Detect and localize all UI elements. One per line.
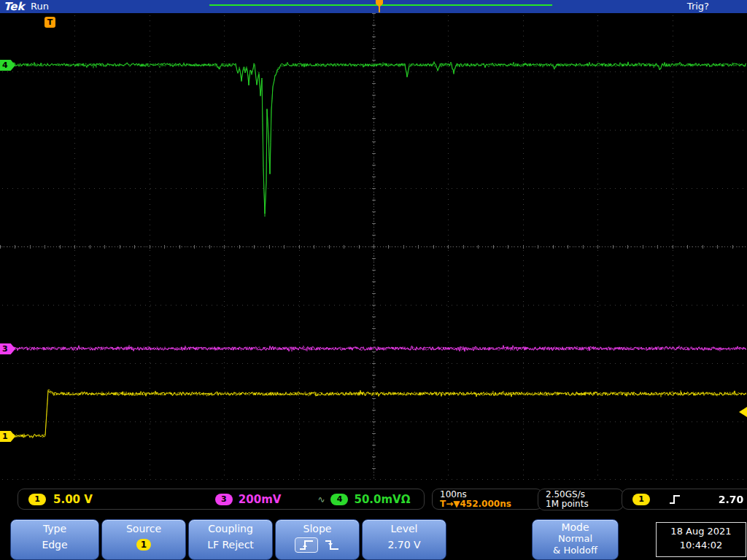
menu-type-value: Edge xyxy=(11,539,98,551)
trigger-position-icon xyxy=(375,0,384,12)
menu-source-title: Source xyxy=(102,523,185,534)
menu-source-channel-badge: 1 xyxy=(136,539,151,551)
time-label: 10:44:02 xyxy=(657,538,746,552)
menu-mode-value-line2: & Holdoff xyxy=(533,545,618,556)
menu-type-title: Type xyxy=(11,523,98,534)
trigger-readout: 1 2.70 V xyxy=(622,489,747,510)
ch3-badge: 3 xyxy=(215,494,233,505)
probe-icon: ∿ xyxy=(317,494,325,505)
trigger-status: Trig? xyxy=(687,0,709,13)
menu-coupling-title: Coupling xyxy=(189,523,272,534)
trigger-delay: T→▼452.000ns xyxy=(440,499,542,508)
ch3-scale: 200mV xyxy=(239,493,282,506)
ch4-scale-value: 50.0mV xyxy=(354,493,400,506)
ch4-scale: 50.0mVΩ xyxy=(354,493,410,506)
horizontal-readout: 100ns T→▼452.000ns xyxy=(432,489,543,510)
menu-button-mode[interactable]: Mode Normal & Holdoff xyxy=(532,519,619,560)
menu-button-level[interactable]: Level 2.70 V xyxy=(362,519,446,560)
impedance-suffix: Ω xyxy=(401,493,411,506)
menu-mode-title: Mode xyxy=(533,521,618,533)
menu-mode-value-line1: Normal xyxy=(533,533,618,545)
date-label: 18 Aug 2021 xyxy=(657,524,746,538)
oscilloscope-screen: Tek Run Trig? T 4 3 1 1 5.00 V 3 200mV ∿… xyxy=(0,0,747,560)
trigger-source-badge: 1 xyxy=(632,494,650,505)
timebase-value: 100ns xyxy=(440,489,542,499)
menu-button-coupling[interactable]: Coupling LF Reject xyxy=(188,519,273,560)
channel-readouts: 1 5.00 V 3 200mV ∿ 4 50.0mVΩ xyxy=(18,489,425,510)
menu-level-title: Level xyxy=(363,523,446,534)
menu-slope-title: Slope xyxy=(276,523,359,534)
record-length: 1M points xyxy=(546,499,623,509)
falling-edge-icon xyxy=(324,539,340,551)
datetime-box: 18 Aug 2021 10:44:02 xyxy=(656,522,746,557)
trigger-delay-icon: T→▼ xyxy=(440,499,460,509)
trigger-reference-flag[interactable]: T xyxy=(44,17,55,28)
menu-button-source[interactable]: Source 1 xyxy=(101,519,186,560)
acquisition-status: Run xyxy=(31,0,49,13)
acquisition-readout: 2.50GS/s 1M points xyxy=(538,489,624,510)
trigger-level-value: 2.70 V xyxy=(719,494,747,505)
rising-edge-option[interactable] xyxy=(295,537,318,553)
menu-button-slope[interactable]: Slope xyxy=(275,519,360,560)
menu-level-value: 2.70 V xyxy=(363,539,446,551)
menu-coupling-value: LF Reject xyxy=(189,539,272,551)
ch1-scale: 5.00 V xyxy=(53,493,93,506)
rising-edge-icon xyxy=(298,539,314,551)
graticule-canvas xyxy=(0,13,747,487)
tek-logo: Tek xyxy=(4,0,24,13)
falling-edge-option[interactable] xyxy=(324,537,340,553)
trigger-position-marker[interactable] xyxy=(375,0,384,12)
trigger-delay-value: 452.000ns xyxy=(460,499,511,509)
rising-edge-icon xyxy=(669,494,681,505)
trigger-level-arrow[interactable] xyxy=(739,407,747,417)
menu-button-type[interactable]: Type Edge xyxy=(10,519,99,560)
header-bar: Tek Run Trig? xyxy=(0,0,747,13)
ch4-badge: 4 xyxy=(330,494,348,505)
ch1-badge: 1 xyxy=(28,494,46,505)
